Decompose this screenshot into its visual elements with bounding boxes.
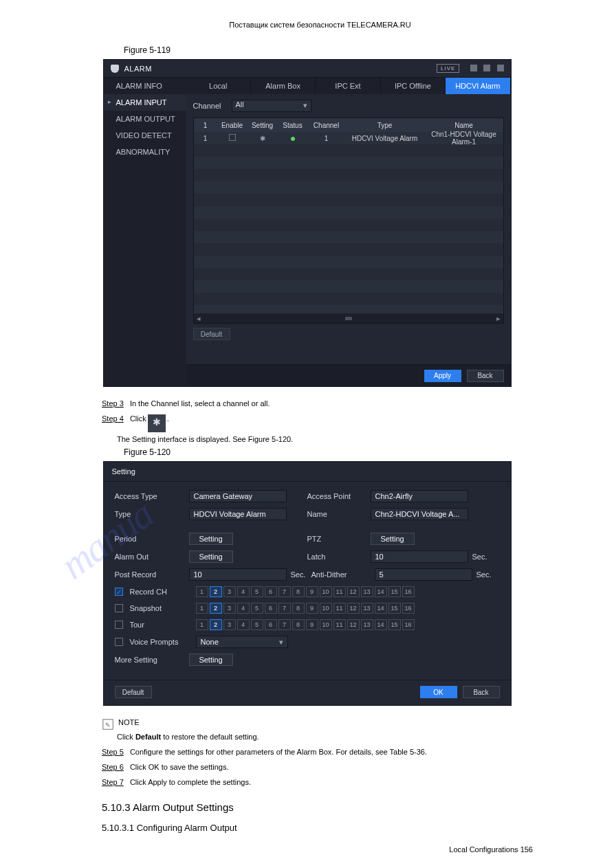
channel-6[interactable]: 6 <box>265 619 277 630</box>
channel-8[interactable]: 8 <box>292 619 305 630</box>
scroll-thumb[interactable] <box>345 317 352 320</box>
table-header: 1 Enable Setting Status Channel Type Nam… <box>194 118 503 132</box>
access-point-label: Access Point <box>307 492 371 500</box>
note-icon: ✎ <box>102 718 114 731</box>
grid-icon[interactable] <box>497 65 504 71</box>
channel-6[interactable]: 6 <box>265 586 277 597</box>
access-point-field[interactable]: Chn2-Airfly <box>371 490 468 502</box>
channel-13[interactable]: 13 <box>361 603 373 614</box>
tab-alarm-box[interactable]: Alarm Box <box>251 78 316 94</box>
channel-9[interactable]: 9 <box>306 586 318 597</box>
user-icon[interactable] <box>470 65 477 71</box>
channel-2[interactable]: 2 <box>210 586 222 597</box>
channel-1[interactable]: 1 <box>196 619 208 630</box>
channel-4[interactable]: 4 <box>237 586 250 597</box>
channel-14[interactable]: 14 <box>375 619 387 630</box>
channel-13[interactable]: 13 <box>361 619 373 630</box>
channel-1[interactable]: 1 <box>196 586 208 597</box>
tab-ipc-offline[interactable]: IPC Offline <box>381 78 446 94</box>
sidebar-item-alarm-output[interactable]: ALARM OUTPUT <box>104 111 186 127</box>
channel-11[interactable]: 11 <box>333 619 346 630</box>
channel-15[interactable]: 15 <box>388 603 401 614</box>
anti-dither-input[interactable]: 5 <box>375 568 472 581</box>
channel-10[interactable]: 10 <box>320 619 332 630</box>
channel-4[interactable]: 4 <box>237 619 250 630</box>
channel-3[interactable]: 3 <box>223 586 236 597</box>
channel-10[interactable]: 10 <box>320 586 332 597</box>
back-button[interactable]: Back <box>467 370 504 382</box>
voice-checkbox[interactable] <box>115 638 123 646</box>
default-button[interactable]: Default <box>115 686 152 698</box>
channel-16[interactable]: 16 <box>402 603 415 614</box>
channel-7[interactable]: 7 <box>278 586 291 597</box>
sidebar-item-video-detect[interactable]: VIDEO DETECT <box>104 127 186 144</box>
access-type-field[interactable]: Camera Gateway <box>189 490 287 502</box>
channel-7[interactable]: 7 <box>278 603 291 614</box>
tab-hdcvi-alarm[interactable]: HDCVI Alarm <box>446 78 510 94</box>
tab-ipc-ext[interactable]: IPC Ext <box>316 78 380 94</box>
channel-8[interactable]: 8 <box>292 603 305 614</box>
channel-5[interactable]: 5 <box>251 586 263 597</box>
channel-14[interactable]: 14 <box>375 603 387 614</box>
channel-15[interactable]: 15 <box>388 586 401 597</box>
apply-button[interactable]: Apply <box>424 370 461 382</box>
sidebar-item-abnormality[interactable]: ABNORMALITY <box>104 144 186 160</box>
channel-11[interactable]: 11 <box>333 586 346 597</box>
alarm-out-setting-button[interactable]: Setting <box>189 550 233 563</box>
channel-5[interactable]: 5 <box>251 603 263 614</box>
voice-select[interactable]: None <box>196 636 288 648</box>
channel-12[interactable]: 12 <box>347 619 360 630</box>
channel-11[interactable]: 11 <box>333 603 346 614</box>
channel-14[interactable]: 14 <box>375 586 387 597</box>
channel-4[interactable]: 4 <box>237 603 250 614</box>
horizontal-scrollbar[interactable]: ◂ ▸ <box>194 313 503 323</box>
channel-8[interactable]: 8 <box>292 586 305 597</box>
scroll-right-icon[interactable]: ▸ <box>496 314 501 323</box>
figure-1-caption: Figure 5-119 <box>0 45 614 55</box>
sidebar-item-alarm-info[interactable]: ALARM INFO <box>104 78 186 94</box>
channel-12[interactable]: 12 <box>347 586 360 597</box>
channel-2[interactable]: 2 <box>210 619 222 630</box>
sidebar-item-alarm-input[interactable]: ALARM INPUT <box>104 94 186 111</box>
channel-select[interactable]: All <box>232 100 311 112</box>
bell-icon <box>111 65 119 73</box>
channel-3[interactable]: 3 <box>223 619 236 630</box>
name-field[interactable]: Chn2-HDCVI Voltage A... <box>371 508 468 520</box>
channel-16[interactable]: 16 <box>402 586 415 597</box>
channel-13[interactable]: 13 <box>361 586 373 597</box>
record-ch-checkbox[interactable]: ✓ <box>115 588 123 596</box>
channel-15[interactable]: 15 <box>388 619 401 630</box>
channel-9[interactable]: 9 <box>306 619 318 630</box>
snapshot-checkbox[interactable] <box>115 604 123 612</box>
name-label: Name <box>307 510 371 518</box>
ptz-setting-button[interactable]: Setting <box>371 533 415 545</box>
channel-12[interactable]: 12 <box>347 603 360 614</box>
tab-local[interactable]: Local <box>186 78 251 94</box>
latch-input[interactable]: 10 <box>371 550 468 563</box>
channel-5[interactable]: 5 <box>251 619 263 630</box>
channel-1[interactable]: 1 <box>196 603 208 614</box>
sidebar: ALARM INFO ALARM INPUT ALARM OUTPUT VIDE… <box>104 78 186 386</box>
ptz-label: PTZ <box>307 535 371 543</box>
channel-9[interactable]: 9 <box>306 603 318 614</box>
channel-2[interactable]: 2 <box>210 603 222 614</box>
more-setting-button[interactable]: Setting <box>189 654 233 666</box>
channel-7[interactable]: 7 <box>278 619 291 630</box>
scroll-left-icon[interactable]: ◂ <box>197 314 201 323</box>
enable-checkbox[interactable] <box>229 134 236 141</box>
tour-checkbox[interactable] <box>115 621 123 629</box>
post-record-input[interactable]: 10 <box>189 568 287 581</box>
ok-button[interactable]: OK <box>420 686 457 698</box>
period-setting-button[interactable]: Setting <box>189 533 233 545</box>
channel-16[interactable]: 16 <box>402 619 415 630</box>
type-field[interactable]: HDCVI Voltage Alarm <box>189 508 287 520</box>
access-type-label: Access Type <box>115 492 189 500</box>
channel-10[interactable]: 10 <box>320 603 332 614</box>
channel-3[interactable]: 3 <box>223 603 236 614</box>
table-row[interactable]: 1 ✱ 1 HDCVI Voltage Alarm Chn1-HDCVI Vol… <box>194 132 503 144</box>
exit-icon[interactable] <box>483 65 490 71</box>
default-button[interactable]: Default <box>193 328 230 340</box>
channel-6[interactable]: 6 <box>265 603 277 614</box>
back-button-2[interactable]: Back <box>463 686 500 698</box>
row-setting-gear-icon[interactable]: ✱ <box>248 135 278 142</box>
